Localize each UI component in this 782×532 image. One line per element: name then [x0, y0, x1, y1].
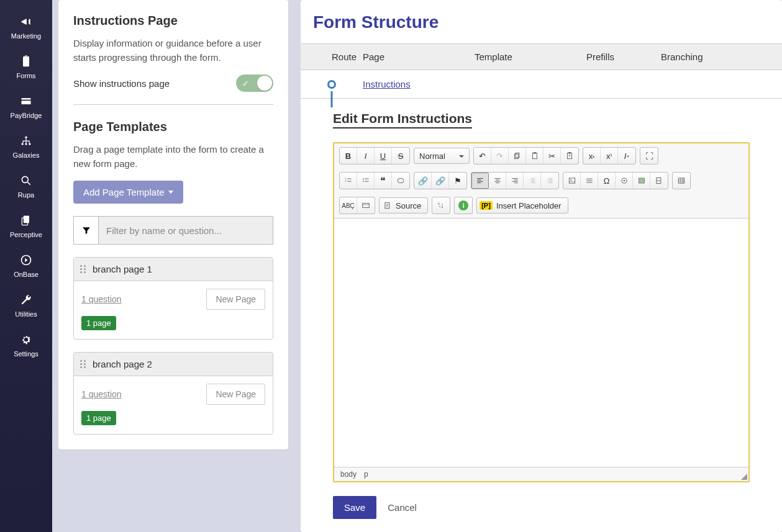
sidebar-item-label: Forms: [16, 72, 35, 79]
sidebar-item-label: PayBridge: [11, 112, 42, 119]
undo-button[interactable]: ↶: [474, 148, 491, 164]
bold-button[interactable]: B: [340, 148, 357, 164]
add-page-template-button[interactable]: Add Page Template: [73, 181, 183, 204]
copy-button[interactable]: [509, 148, 526, 164]
form-actions: Save Cancel: [333, 496, 750, 519]
filter-input[interactable]: [98, 216, 273, 245]
placeholder-badge-icon: [P]: [480, 201, 493, 210]
align-left-button[interactable]: [471, 173, 489, 189]
special-char-button[interactable]: Ω: [598, 173, 616, 189]
paste-text-button[interactable]: [561, 148, 578, 164]
page-break-button[interactable]: [650, 173, 668, 189]
svg-point-0: [25, 137, 27, 138]
paste-button[interactable]: [526, 148, 543, 164]
link-button[interactable]: 🔗: [414, 173, 432, 189]
source-label: Source: [396, 201, 421, 210]
template-header[interactable]: branch page 2: [74, 353, 273, 376]
question-link[interactable]: 1 question: [81, 389, 122, 399]
sidebar-item-settings[interactable]: Settings: [0, 325, 52, 365]
sidebar-item-label: Rupa: [18, 191, 34, 199]
anchor-button[interactable]: ⚑: [449, 173, 466, 189]
filter-icon-box[interactable]: [73, 216, 98, 245]
template-body: 1 question New Page 1 page: [74, 281, 273, 339]
svg-rect-13: [568, 152, 571, 153]
editor-footer: body p: [334, 467, 748, 481]
insert-placeholder-button[interactable]: [P] Insert Placeholder: [476, 197, 568, 214]
replace-button[interactable]: ba: [432, 197, 450, 214]
toggle-knob: [257, 76, 272, 91]
outdent-button[interactable]: [524, 173, 541, 189]
sidebar-item-paybridge[interactable]: PayBridge: [0, 87, 52, 127]
italic-button[interactable]: I: [357, 148, 375, 164]
svg-rect-9: [514, 154, 518, 159]
path-body[interactable]: body: [340, 470, 357, 479]
image-button[interactable]: [563, 173, 581, 189]
table-button[interactable]: [673, 173, 690, 189]
sidebar-item-utilities[interactable]: Utilities: [0, 286, 52, 325]
filter-row: [73, 216, 273, 245]
show-instructions-toggle[interactable]: ✓: [236, 74, 273, 92]
spellcheck-button[interactable]: ABÇ: [340, 197, 357, 214]
editor-content-area[interactable]: [334, 219, 748, 467]
filter-icon: [81, 225, 91, 235]
source-icon: [383, 201, 392, 210]
info-button[interactable]: i: [455, 197, 472, 214]
sidebar-item-perceptive[interactable]: Perceptive: [0, 206, 52, 246]
cancel-button[interactable]: Cancel: [388, 502, 417, 513]
insert-placeholder-label: Insert Placeholder: [496, 201, 561, 210]
resize-handle-icon[interactable]: [741, 474, 747, 480]
wrench-icon: [19, 293, 33, 307]
bullet-list-button[interactable]: [357, 173, 375, 189]
caret-down-icon: [168, 191, 173, 194]
source-button[interactable]: Source: [379, 197, 428, 214]
svg-rect-10: [532, 153, 537, 158]
new-page-button[interactable]: New Page: [206, 289, 265, 310]
svg-point-2: [25, 143, 27, 145]
underline-button[interactable]: U: [375, 148, 392, 164]
strikethrough-button[interactable]: S: [392, 148, 409, 164]
sidebar-item-marketing[interactable]: Marketing: [0, 7, 52, 47]
find-button[interactable]: [357, 197, 375, 214]
blockquote-button[interactable]: ❝: [375, 173, 392, 189]
unlink-button[interactable]: 🔗: [432, 173, 449, 189]
templates-heading: Page Templates: [73, 120, 273, 134]
template-title: branch page 1: [93, 264, 152, 274]
align-center-button[interactable]: [489, 173, 506, 189]
save-button[interactable]: Save: [333, 496, 376, 519]
embed-button[interactable]: [616, 173, 633, 189]
horizontal-rule-button[interactable]: [581, 173, 598, 189]
svg-point-1: [22, 143, 24, 145]
question-link[interactable]: 1 question: [81, 294, 122, 304]
cut-button[interactable]: ✂: [543, 148, 561, 164]
column-prefills: Prefills: [586, 52, 661, 62]
drag-handle-icon[interactable]: [80, 360, 86, 368]
template-body: 1 question New Page 1 page: [74, 376, 273, 434]
show-instructions-toggle-row: Show instructions page ✓: [73, 74, 273, 105]
superscript-button[interactable]: x²: [601, 148, 618, 164]
sidebar-item-forms[interactable]: Forms: [0, 47, 52, 87]
subscript-button[interactable]: x₂: [583, 148, 601, 164]
svg-text:a: a: [442, 205, 443, 209]
template-header[interactable]: branch page 1: [74, 258, 273, 281]
path-p[interactable]: p: [364, 470, 368, 479]
svg-rect-23: [639, 178, 644, 183]
sidebar-item-rupa[interactable]: Rupa: [0, 166, 52, 206]
maximize-button[interactable]: ⛶: [640, 148, 658, 164]
edit-instructions-heading: Edit Form Instructions: [333, 111, 472, 128]
sidebar-item-onbase[interactable]: OnBase: [0, 246, 52, 286]
numbered-list-button[interactable]: 12: [340, 173, 357, 189]
instructions-link[interactable]: Instructions: [363, 79, 411, 89]
sidebar-item-galaxies[interactable]: Galaxies: [0, 127, 52, 166]
remove-format-button[interactable]: I×: [618, 148, 635, 164]
align-right-button[interactable]: [506, 173, 524, 189]
drag-handle-icon[interactable]: [80, 265, 86, 273]
gear-icon: [19, 333, 33, 346]
div-button[interactable]: [392, 173, 409, 189]
indent-button[interactable]: [541, 173, 558, 189]
redo-button[interactable]: ↷: [491, 148, 509, 164]
sidebar-item-label: Settings: [14, 350, 39, 358]
iframe-button[interactable]: [633, 173, 650, 189]
new-page-button[interactable]: New Page: [206, 384, 265, 405]
format-dropdown[interactable]: Normal: [414, 148, 470, 164]
route-cell: [301, 80, 363, 89]
